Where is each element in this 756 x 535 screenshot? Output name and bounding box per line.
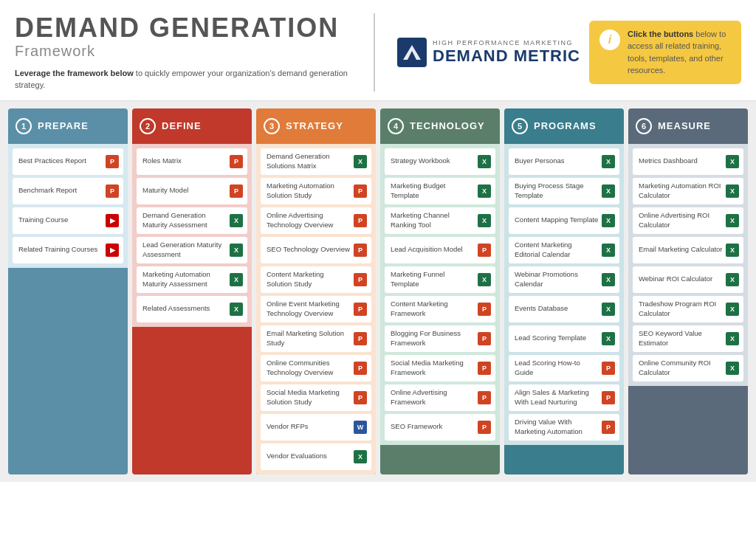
excel-icon: X (726, 244, 739, 257)
list-item[interactable]: Blogging For Business FrameworkP (385, 325, 495, 352)
list-item[interactable]: SEO FrameworkP (385, 414, 495, 441)
list-item[interactable]: Social Media Marketing Solution StudyP (261, 384, 371, 411)
list-item[interactable]: Marketing Funnel TemplateX (385, 266, 495, 293)
list-item[interactable]: Benchmark ReportP (13, 178, 123, 204)
list-item[interactable]: Marketing Automation ROI CalculatorX (633, 178, 743, 204)
list-item[interactable]: Content Marketing Editorial CalendarX (509, 237, 619, 263)
card-text: Marketing Channel Ranking Tool (391, 211, 478, 229)
list-item[interactable]: Online Advertising Technology OverviewP (261, 207, 371, 234)
list-item[interactable]: Vendor EvaluationsX (261, 443, 371, 470)
card-text: Related Training Courses (18, 245, 106, 254)
header-description: Leverage the framework below to quickly … (15, 67, 359, 92)
list-item[interactable]: Demand Generation Maturity AssessmentX (137, 207, 247, 234)
list-item[interactable]: Marketing Automation Maturity Assessment… (137, 266, 247, 293)
list-item[interactable]: Lead Scoring How-to GuideP (509, 355, 619, 382)
list-item[interactable]: Lead Acquisition ModelP (385, 237, 495, 263)
excel-icon: X (478, 155, 491, 168)
column-prepare: 1PREPAREBest Practices ReportPBenchmark … (8, 108, 128, 474)
col-number-3: 3 (264, 118, 280, 134)
list-item[interactable]: Lead Generation Maturity AssessmentX (137, 237, 247, 263)
col-body-define: Roles MatrixPMaturity ModelPDemand Gener… (132, 144, 252, 327)
list-item[interactable]: Lead Scoring TemplateX (509, 325, 619, 352)
list-item[interactable]: Align Sales & Marketing With Lead Nurtur… (509, 384, 619, 411)
card-text: Online Advertising Technology Overview (267, 211, 354, 229)
col-title-prepare: PREPARE (38, 120, 89, 131)
ppt-icon: P (354, 303, 367, 316)
list-item[interactable]: Social Media Marketing FrameworkP (385, 355, 495, 382)
list-item[interactable]: Strategy WorkbookX (385, 148, 495, 175)
excel-icon: X (602, 184, 615, 198)
card-text: Lead Generation Maturity Assessment (142, 241, 230, 259)
col-header-measure: 6MEASURE (628, 108, 748, 144)
list-item[interactable]: Webinar Promotions CalendarX (509, 266, 619, 293)
excel-icon: X (602, 155, 615, 168)
list-item[interactable]: Driving Value With Marketing AutomationP (509, 414, 619, 441)
list-item[interactable]: Related Training Courses▶ (13, 237, 123, 263)
list-item[interactable]: Online Advertising FrameworkP (385, 384, 495, 411)
list-item[interactable]: Buying Process Stage TemplateX (509, 178, 619, 204)
brand-area: High Performance Marketing DEMAND METRIC (397, 38, 580, 67)
list-item[interactable]: Online Event Marketing Technology Overvi… (261, 296, 371, 322)
excel-icon: X (726, 155, 739, 168)
ppt-icon: P (478, 391, 491, 404)
list-item[interactable]: Content Mapping TemplateX (509, 207, 619, 234)
excel-icon: X (478, 273, 491, 286)
ppt-icon: P (602, 421, 615, 434)
list-item[interactable]: Tradeshow Program ROI CalculatorX (633, 296, 743, 322)
list-item[interactable]: Webinar ROI CalculatorX (633, 266, 743, 293)
list-item[interactable]: Online Advertising ROI CalculatorX (633, 207, 743, 234)
card-text: Demand Generation Maturity Assessment (142, 211, 230, 229)
list-item[interactable]: Content Marketing FrameworkP (385, 296, 495, 322)
list-item[interactable]: Related AssessmentsX (137, 296, 247, 322)
list-item[interactable]: Content Marketing Solution StudyP (261, 266, 371, 293)
excel-icon: X (726, 332, 739, 345)
list-item[interactable]: SEO Technology OverviewP (261, 237, 371, 263)
list-item[interactable]: Buyer PersonasX (509, 148, 619, 175)
excel-icon: X (354, 155, 367, 168)
list-item[interactable]: Best Practices ReportP (13, 148, 123, 175)
col-body-prepare: Best Practices ReportPBenchmark ReportPT… (8, 144, 128, 268)
excel-icon: X (602, 303, 615, 316)
column-strategy: 3STRATEGYDemand Generation Solutions Mat… (256, 108, 376, 474)
list-item[interactable]: Marketing Channel Ranking ToolX (385, 207, 495, 234)
col-header-programs: 5PROGRAMS (504, 108, 624, 144)
ppt-icon: P (354, 391, 367, 404)
card-text: Buying Process Stage Template (515, 182, 602, 200)
card-text: Email Marketing Calculator (639, 245, 726, 254)
list-item[interactable]: Roles MatrixP (137, 148, 247, 175)
col-title-strategy: STRATEGY (286, 120, 343, 131)
excel-icon: X (478, 184, 491, 198)
excel-icon: X (726, 273, 739, 286)
excel-icon: X (726, 214, 739, 227)
brand-tagline: High Performance Marketing (433, 39, 580, 46)
list-item[interactable]: SEO Keyword Value EstimatorX (633, 325, 743, 352)
card-text: Content Marketing Framework (391, 300, 478, 318)
list-item[interactable]: Metrics DashboardX (633, 148, 743, 175)
card-text: Content Marketing Solution Study (267, 270, 354, 289)
word-icon: W (354, 421, 367, 434)
list-item[interactable]: Online Community ROI CalculatorX (633, 355, 743, 382)
card-text: Social Media Marketing Solution Study (267, 388, 354, 407)
col-header-technology: 4TECHNOLOGY (380, 108, 500, 144)
ppt-icon: P (106, 184, 119, 198)
list-item[interactable]: Marketing Budget TemplateX (385, 178, 495, 204)
card-text: Metrics Dashboard (639, 156, 726, 165)
ppt-icon: P (478, 303, 491, 316)
list-item[interactable]: Email Marketing Solution StudyP (261, 325, 371, 352)
excel-icon: X (354, 450, 367, 463)
col-title-define: DEFINE (162, 120, 202, 131)
list-item[interactable]: Demand Generation Solutions MatrixX (261, 148, 371, 175)
list-item[interactable]: Marketing Automation Solution StudyP (261, 178, 371, 204)
card-text: Lead Acquisition Model (391, 245, 478, 254)
col-number-6: 6 (636, 118, 652, 134)
col-body-measure: Metrics DashboardXMarketing Automation R… (628, 144, 748, 386)
list-item[interactable]: Email Marketing CalculatorX (633, 237, 743, 263)
ppt-icon: P (478, 421, 491, 434)
column-programs: 5PROGRAMSBuyer PersonasXBuying Process S… (504, 108, 624, 474)
list-item[interactable]: Training Course▶ (13, 207, 123, 234)
list-item[interactable]: Events DatabaseX (509, 296, 619, 322)
list-item[interactable]: Online Communities Technology OverviewP (261, 355, 371, 382)
list-item[interactable]: Maturity ModelP (137, 178, 247, 204)
excel-icon: X (230, 244, 243, 257)
list-item[interactable]: Vendor RFPsW (261, 414, 371, 441)
